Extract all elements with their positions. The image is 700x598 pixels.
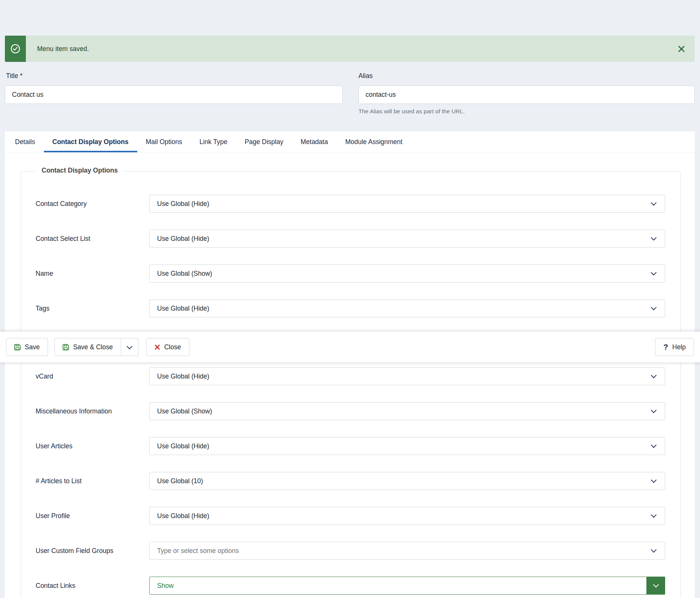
tab-details[interactable]: Details (6, 131, 44, 152)
chevron-down-icon (651, 270, 657, 276)
name-select[interactable]: Use Global (Show) (149, 264, 665, 282)
field-row: User Articles Use Global (Hide) (36, 437, 665, 455)
field-label: User Custom Field Groups (36, 547, 149, 555)
select-value: Use Global (Show) (157, 270, 212, 278)
tab-contact-display-options[interactable]: Contact Display Options (44, 131, 137, 152)
field-row: User Profile Use Global (Hide) (36, 507, 665, 525)
contact-select-list-select[interactable]: Use Global (Hide) (149, 230, 665, 248)
close-x-icon (154, 344, 160, 350)
tab-mail-options[interactable]: Mail Options (137, 131, 191, 152)
chevron-down-icon (651, 407, 657, 413)
field-row: Contact Select List Use Global (Hide) (36, 230, 665, 248)
check-circle-icon (5, 36, 26, 62)
select-value: Use Global (Hide) (157, 512, 209, 520)
save-button-label: Save (25, 343, 40, 351)
select-value: Use Global (Hide) (157, 442, 209, 450)
field-label: # Articles to List (36, 477, 149, 485)
save-button[interactable]: Save (6, 338, 48, 356)
contact-links-select[interactable]: Show (149, 577, 665, 595)
save-icon (14, 344, 21, 350)
field-row: # Articles to List Use Global (10) (36, 472, 665, 490)
field-row: Contact Links Show (36, 577, 665, 595)
chevron-down-icon (651, 373, 657, 379)
alias-label: Alias (358, 72, 373, 80)
field-label: vCard (36, 373, 149, 380)
field-label: Tags (36, 305, 149, 313)
tab-page-display[interactable]: Page Display (236, 131, 292, 152)
field-row: User Custom Field Groups Type or select … (36, 542, 665, 560)
select-value: Use Global (Hide) (157, 305, 209, 313)
alias-input[interactable] (358, 86, 695, 104)
field-row: Name Use Global (Show) (36, 264, 665, 282)
select-value: Use Global (Hide) (157, 200, 209, 208)
save-and-close-button-label: Save & Close (73, 343, 113, 351)
close-button-label: Close (164, 343, 181, 351)
alert-message: Menu item saved. (37, 45, 89, 53)
user-custom-field-groups-input[interactable]: Type or select some options (149, 542, 665, 560)
chevron-down-icon (651, 477, 657, 483)
action-toolbar: Save Save & Close Close ? Help (0, 332, 700, 362)
chevron-down-icon (651, 305, 657, 311)
contact-display-options-fieldset: Contact Display Options Contact Category… (21, 171, 681, 598)
tab-bar: Details Contact Display Options Mail Opt… (5, 131, 695, 153)
field-row: Tags Use Global (Hide) (36, 299, 665, 317)
save-icon (63, 344, 69, 350)
field-row: Miscellaneous Information Use Global (Sh… (36, 402, 665, 420)
menu-item-edit-card: Details Contact Display Options Mail Opt… (5, 131, 695, 598)
field-label: Name (36, 270, 149, 278)
chevron-down-icon (651, 547, 657, 553)
chevron-down-icon (127, 343, 133, 349)
close-icon[interactable] (678, 45, 685, 53)
miscellaneous-information-select[interactable]: Use Global (Show) (149, 402, 665, 420)
select-placeholder: Type or select some options (157, 547, 239, 555)
field-label: Contact Links (36, 582, 149, 590)
tags-select[interactable]: Use Global (Hide) (149, 299, 665, 317)
field-label: Contact Category (36, 200, 149, 208)
close-button[interactable]: Close (146, 338, 189, 356)
question-mark-icon: ? (663, 343, 668, 352)
select-value: Use Global (Show) (157, 407, 212, 415)
user-articles-select[interactable]: Use Global (Hide) (149, 437, 665, 455)
field-label: User Articles (36, 442, 149, 450)
alias-help-text: The Alias will be used as part of the UR… (358, 108, 465, 115)
select-value: Use Global (10) (157, 477, 203, 485)
title-label: Title * (6, 72, 22, 80)
field-row: vCard Use Global (Hide) (36, 367, 665, 385)
field-label: Contact Select List (36, 235, 149, 243)
help-button-label: Help (672, 343, 686, 351)
field-row: Contact Category Use Global (Hide) (36, 195, 665, 213)
chevron-down-icon (651, 200, 657, 206)
chevron-down-icon (651, 512, 657, 518)
select-value: Use Global (Hide) (157, 373, 209, 380)
select-value: Show (157, 582, 174, 590)
save-and-close-button[interactable]: Save & Close (54, 338, 121, 356)
vcard-select[interactable]: Use Global (Hide) (149, 367, 665, 385)
title-input[interactable] (5, 86, 343, 104)
field-label: Miscellaneous Information (36, 407, 149, 415)
tab-module-assignment[interactable]: Module Assignment (337, 131, 411, 152)
contact-category-select[interactable]: Use Global (Hide) (149, 195, 665, 213)
chevron-down-icon (651, 442, 657, 448)
field-label: User Profile (36, 512, 149, 520)
select-value: Use Global (Hide) (157, 235, 209, 243)
tab-metadata[interactable]: Metadata (292, 131, 337, 152)
fieldset-legend: Contact Display Options (36, 167, 123, 174)
save-options-dropdown-button[interactable] (121, 338, 138, 356)
chevron-down-icon (651, 235, 657, 241)
chevron-down-icon (653, 582, 659, 588)
save-close-button-group: Save & Close (54, 338, 138, 356)
user-profile-select[interactable]: Use Global (Hide) (149, 507, 665, 525)
tab-link-type[interactable]: Link Type (191, 131, 236, 152)
success-alert: Menu item saved. (5, 36, 695, 62)
chevron-button[interactable] (646, 577, 665, 595)
articles-to-list-select[interactable]: Use Global (10) (149, 472, 665, 490)
help-button[interactable]: ? Help (655, 338, 694, 356)
